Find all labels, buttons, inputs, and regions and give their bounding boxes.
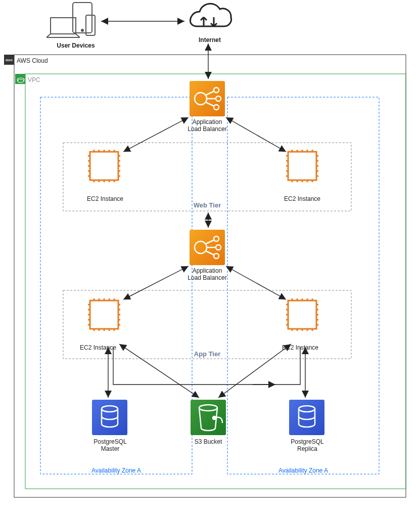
s3-bucket-node[interactable] <box>191 400 226 435</box>
ec2-app-right-label: EC2 Instance <box>282 344 333 351</box>
user-devices-icon[interactable] <box>46 3 97 39</box>
aws-cloud-label: AWS Cloud <box>17 57 57 64</box>
pg-replica-label: PostgreSQL Replica <box>282 438 333 453</box>
alb1-node[interactable] <box>190 81 225 116</box>
ec2-app-right-node[interactable] <box>286 299 318 331</box>
ec2-web-left-label: EC2 Instance <box>80 195 130 202</box>
vpc-label: VPC <box>28 76 48 83</box>
alb2-label: Application Load Balancer <box>182 267 232 282</box>
svg-rect-1 <box>4 55 14 65</box>
ec2-web-right-label: EC2 Instance <box>277 195 328 202</box>
svg-text:aws: aws <box>6 58 13 62</box>
svg-line-124 <box>226 117 286 152</box>
user-devices-label: User Devices <box>51 42 101 49</box>
svg-line-127 <box>226 266 286 300</box>
web-tier-label: Web Tier <box>187 201 227 209</box>
az-right-label: Availability Zone A <box>270 467 336 474</box>
svg-line-131 <box>218 344 291 398</box>
alb2-node[interactable] <box>190 230 225 265</box>
app-tier-label: App Tier <box>187 350 227 358</box>
alb1-label: Application Load Balancer <box>182 118 232 133</box>
ec2-web-left-node[interactable] <box>88 150 120 182</box>
s3-bucket-label: S3 Bucket <box>183 438 234 445</box>
pg-master-node[interactable] <box>92 400 127 435</box>
svg-line-126 <box>123 266 189 300</box>
internet-icon[interactable] <box>187 4 235 34</box>
ec2-app-left-node[interactable] <box>88 299 120 331</box>
pg-replica-node[interactable] <box>289 400 324 435</box>
diagram-canvas: aws <box>0 0 420 510</box>
svg-line-123 <box>123 117 189 152</box>
svg-rect-4 <box>15 74 25 84</box>
az-left-label: Availability Zone A <box>83 467 149 474</box>
ec2-web-right-node[interactable] <box>286 150 318 182</box>
pg-master-label: PostgreSQL Master <box>85 438 135 453</box>
internet-label: Internet <box>192 36 227 44</box>
ec2-app-left-label: EC2 Instance <box>80 344 130 351</box>
